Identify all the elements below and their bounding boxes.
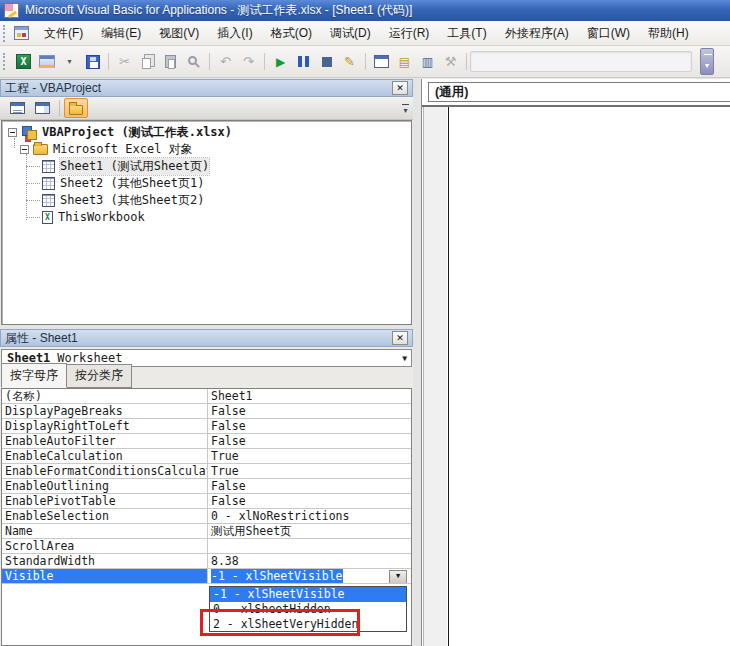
copy-icon[interactable]	[136, 50, 159, 73]
property-row[interactable]: ScrollArea	[2, 539, 411, 554]
tree-item-label: Sheet2 (其他Sheet页1)	[60, 175, 204, 192]
project-panel-header: 工程 - VBAProject	[0, 79, 413, 97]
close-icon[interactable]	[392, 81, 408, 95]
toolbar-grip-handle[interactable]	[3, 53, 8, 70]
menu-item[interactable]: 外接程序(A)	[496, 22, 578, 45]
menubar-grip-handle[interactable]	[3, 25, 8, 42]
annotation-red-box	[200, 609, 360, 636]
property-value-cell[interactable]: True	[208, 449, 411, 463]
separator	[104, 50, 113, 73]
view-excel-icon[interactable]: X	[12, 50, 35, 73]
property-value-cell[interactable]: -1 - xlSheetVisible	[208, 569, 411, 583]
separator	[205, 50, 214, 73]
property-value-cell[interactable]: 0 - xlNoRestrictions	[208, 509, 411, 523]
menu-item[interactable]: 格式(O)	[262, 22, 321, 45]
property-value-cell[interactable]: False	[208, 419, 411, 433]
code-editor-area[interactable]	[422, 105, 730, 646]
toolbar-overflow-button[interactable]: ▾	[700, 48, 714, 75]
property-row[interactable]: StandardWidth 8.38	[2, 554, 411, 569]
paste-icon[interactable]	[159, 50, 182, 73]
menu-item[interactable]: 工具(T)	[438, 22, 495, 45]
property-row[interactable]: EnableSelection 0 - xlNoRestrictions	[2, 509, 411, 524]
menu-item[interactable]: 文件(F)	[35, 22, 92, 45]
property-value-cell[interactable]: True	[208, 464, 411, 478]
property-value-cell[interactable]: False	[208, 479, 411, 493]
property-row[interactable]: Visible -1 - xlSheetVisible	[2, 569, 411, 584]
property-name: EnableSelection	[2, 509, 208, 523]
property-value-cell[interactable]: False	[208, 434, 411, 448]
menu-item[interactable]: 调试(D)	[321, 22, 380, 45]
run-icon[interactable]: ▶	[269, 50, 292, 73]
workbook-icon	[42, 211, 53, 224]
property-value-cell[interactable]: 8.38	[208, 554, 411, 568]
property-row[interactable]: Name 测试用Sheet页	[2, 524, 411, 539]
break-icon[interactable]	[292, 50, 315, 73]
menu-item[interactable]: 编辑(E)	[92, 22, 150, 45]
redo-icon[interactable]: ↷	[237, 50, 260, 73]
menu-item[interactable]: 插入(I)	[208, 22, 261, 45]
dropdown-option[interactable]: -1 - xlSheetVisible	[210, 587, 406, 602]
object-browser-icon[interactable]: ▥	[416, 50, 439, 73]
property-value: False	[211, 479, 246, 493]
menu-item[interactable]: 运行(R)	[380, 22, 439, 45]
tree-item-label: Microsoft Excel 对象	[53, 141, 193, 158]
tree-connector	[26, 183, 40, 184]
tab-alphabetic[interactable]: 按字母序	[1, 363, 67, 388]
property-row[interactable]: EnablePivotTable False	[2, 494, 411, 509]
property-name: (名称)	[2, 389, 208, 403]
property-row[interactable]: DisplayPageBreaks False	[2, 404, 411, 419]
vbaproject-icon	[21, 126, 37, 139]
find-icon[interactable]	[182, 50, 205, 73]
menu-item[interactable]: 帮助(H)	[639, 22, 698, 45]
tree-item-vbaproject[interactable]: VBAProject (测试工作表.xlsx)	[8, 124, 232, 140]
property-value-cell[interactable]: False	[208, 404, 411, 418]
undo-icon[interactable]: ↶	[214, 50, 237, 73]
property-value: Sheet1	[211, 389, 253, 403]
object-dropdown-general[interactable]: (通用)	[428, 82, 730, 102]
tree-item-sheet3[interactable]: Sheet3 (其他Sheet页2)	[42, 192, 204, 208]
property-row[interactable]: EnableOutlining False	[2, 479, 411, 494]
collapse-toggle-icon[interactable]	[8, 128, 17, 137]
project-tree: VBAProject (测试工作表.xlsx) Microsoft Excel …	[1, 120, 412, 325]
worksheet-icon	[42, 177, 55, 190]
property-row[interactable]: EnableAutoFilter False	[2, 434, 411, 449]
reset-icon[interactable]	[315, 50, 338, 73]
property-row[interactable]: DisplayRightToLeft False	[2, 419, 411, 434]
toggle-folders-button[interactable]	[64, 98, 88, 118]
toolbox-icon[interactable]: ⚒	[439, 50, 462, 73]
project-explorer-icon[interactable]	[370, 50, 393, 73]
properties-panel-header: 属性 - Sheet1	[0, 329, 413, 347]
property-value-cell[interactable]: Sheet1	[208, 389, 411, 403]
insert-userform-icon[interactable]	[35, 50, 58, 73]
property-value-cell[interactable]: 测试用Sheet页	[208, 524, 411, 538]
tree-item-sheet2[interactable]: Sheet2 (其他Sheet页1)	[42, 175, 204, 191]
property-row[interactable]: EnableCalculation True	[2, 449, 411, 464]
property-row[interactable]: (名称) Sheet1	[2, 389, 411, 404]
vba-editor-window: Microsoft Visual Basic for Applications …	[0, 0, 730, 646]
tree-item-sheet1[interactable]: Sheet1 (测试用Sheet页)	[42, 158, 209, 174]
menu-item[interactable]: 视图(V)	[150, 22, 208, 45]
collapse-toggle-icon[interactable]	[20, 145, 29, 154]
tree-item-excel-objects[interactable]: Microsoft Excel 对象	[20, 141, 193, 157]
insert-dropdown-arrow-icon[interactable]: ▾	[58, 50, 81, 73]
project-toolbar-overflow-button[interactable]: ▾	[400, 100, 411, 117]
chevron-down-icon: ▼	[402, 354, 407, 363]
toolbar-position-indicator	[470, 51, 692, 72]
property-value-cell[interactable]: False	[208, 494, 411, 508]
design-mode-icon[interactable]: ✎	[338, 50, 361, 73]
save-icon[interactable]	[81, 50, 104, 73]
tree-item-thisworkbook[interactable]: ThisWorkbook	[42, 209, 145, 225]
property-value: False	[211, 404, 246, 418]
cut-icon[interactable]: ✂	[113, 50, 136, 73]
property-value-cell[interactable]	[208, 539, 411, 553]
property-row[interactable]: EnableFormatConditionsCalculation True	[2, 464, 411, 479]
view-object-button[interactable]	[30, 98, 54, 118]
tree-item-label: Sheet3 (其他Sheet页2)	[60, 192, 204, 209]
menu-item[interactable]: 窗口(W)	[578, 22, 639, 45]
tree-connector	[26, 200, 40, 201]
code-window-icon[interactable]	[14, 26, 29, 40]
view-code-button[interactable]	[5, 98, 29, 118]
close-icon[interactable]	[392, 331, 408, 345]
properties-window-icon[interactable]: ▤	[393, 50, 416, 73]
tab-categorized[interactable]: 按分类序	[66, 364, 132, 388]
